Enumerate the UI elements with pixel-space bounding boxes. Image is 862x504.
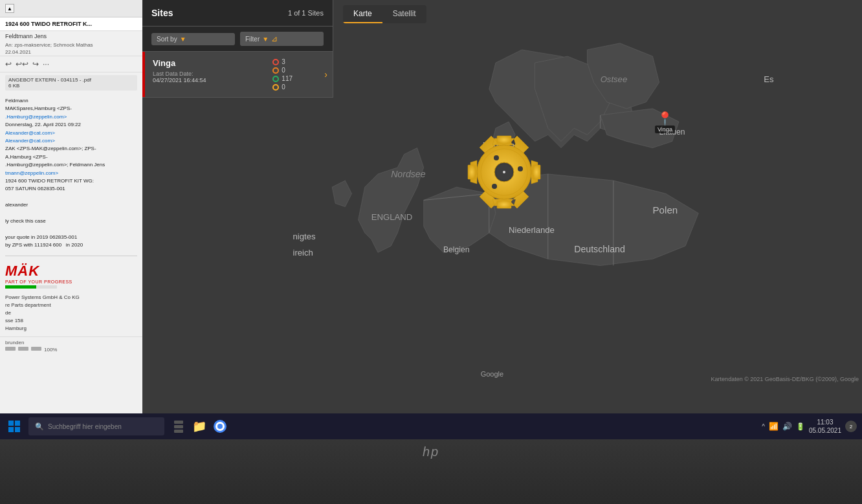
body-line-1: Feldmann: [5, 97, 137, 105]
svg-text:Ostsee: Ostsee: [601, 74, 628, 84]
sites-toolbar: Sort by ▼ Filter ▼ ⊿: [142, 27, 333, 52]
stat-row-green: 117: [272, 75, 314, 82]
email-date-row: 22.04.2021: [0, 49, 142, 56]
svg-text:Nordsee: Nordsee: [391, 169, 426, 179]
email-date: 22.04.2021: [5, 49, 31, 55]
body-line-5: Alexander@cat.com>: [5, 129, 137, 137]
to-value: zps-makservice; Schmock Mathas: [14, 42, 93, 48]
svg-text:Niederlande: Niederlande: [509, 225, 555, 235]
stat-value-green: 117: [282, 75, 293, 82]
stat-value-yellow: 0: [282, 83, 285, 91]
search-placeholder: Suchbegriff hier eingeben: [48, 423, 122, 430]
svg-text:nigtes: nigtes: [293, 232, 316, 241]
body-line-12: 057 SATURN 062835-001: [5, 185, 137, 193]
start-button[interactable]: [0, 413, 28, 439]
map-attribution: Kartendaten © 2021 GeoBasis-DE/BKG (©200…: [711, 376, 859, 382]
mak-logo-text: MÄK: [5, 263, 39, 279]
filter-funnel-icon: ⊿: [271, 34, 278, 43]
company-city: Hamburg: [5, 325, 137, 333]
footer-label: brunden: [5, 340, 24, 345]
reply-icon[interactable]: ↩: [5, 60, 12, 69]
body-line-14: ly check this case: [5, 217, 137, 225]
reply-all-icon[interactable]: ↩↩: [16, 60, 28, 69]
taskbar-clock: 11:03 05.05.2021: [809, 418, 841, 435]
stat-row-yellow: 0: [272, 83, 314, 91]
attachment-size: 6 KB: [8, 83, 19, 89]
attachment-row: ANGEBOT EXTERN - 034115 - .pdf 6 KB: [5, 75, 137, 91]
taskbar-task-view-icon[interactable]: [168, 416, 189, 437]
taskbar-file-explorer-icon[interactable]: 📁: [189, 416, 210, 437]
mak-logo-area: MÄK PART OF YOUR PROGRESS: [0, 259, 142, 292]
svg-text:Belgien: Belgien: [443, 245, 469, 254]
more-icon[interactable]: ···: [43, 60, 49, 69]
clock-time: 11:03: [809, 418, 841, 426]
mak-progress-bar: [5, 285, 57, 289]
monitor-bezel: 🔍 Suchbegriff hier eingeben 📁: [0, 413, 862, 504]
site-card-content: Vinga Last Data Date: 04/27/2021 16:44:5…: [145, 52, 267, 97]
stat-value-red: 3: [282, 58, 285, 65]
vinga-pin-label: Vinga: [655, 126, 675, 133]
svg-text:ENGLAND: ENGLAND: [371, 212, 412, 222]
taskbar-chrome-icon[interactable]: [210, 416, 230, 437]
site-date-label: Last Data Date:: [153, 71, 260, 77]
battery-icon: 🔋: [796, 422, 805, 431]
clock-date: 05.05.2021: [809, 426, 841, 435]
stat-dot-green: [272, 76, 279, 82]
email-to-meta: An: zps-makservice; Schmock Mathas: [0, 41, 142, 49]
sort-arrow-icon: ▼: [180, 36, 186, 43]
stat-row-red: 3: [272, 58, 314, 65]
vinga-location-pin: 📍 Vinga: [655, 112, 675, 133]
to-label: An:: [5, 42, 14, 48]
sort-dropdown[interactable]: Sort by ▼: [151, 33, 235, 45]
taskbar: 🔍 Suchbegriff hier eingeben 📁: [0, 413, 862, 439]
body-line-15: your quote in 2019 062835-001: [5, 234, 137, 241]
email-from: Feldtmann Jens: [0, 31, 142, 41]
email-subject: 1924 600 TWIDO RETROFIT K...: [0, 17, 142, 31]
site-card-vinga[interactable]: Vinga Last Data Date: 04/27/2021 16:44:5…: [142, 52, 333, 98]
site-name: Vinga: [153, 58, 260, 68]
body-line-9: .Hamburg@zeppelin.com>; Feldmann Jens: [5, 161, 137, 169]
sites-panel: Sites 1 of 1 Sites Sort by ▼ Filter ▼ ⊿: [142, 0, 333, 98]
site-date: 04/27/2021 16:44:54: [153, 77, 260, 83]
body-line-6: Alexander@cat.com>: [5, 137, 137, 145]
taskbar-search[interactable]: 🔍 Suchbegriff hier eingeben: [28, 417, 164, 435]
network-icon: 📶: [769, 422, 779, 431]
svg-text:Es: Es: [764, 74, 774, 84]
body-line-16: by ZPS with 111924 600 in 2020: [5, 241, 137, 249]
filter-dropdown[interactable]: Filter ▼ ⊿: [240, 32, 324, 46]
filter-label: Filter: [245, 36, 260, 43]
mak-progress-fill: [5, 285, 36, 289]
monitor-outer: Nordsee Ostsee ENGLAND Dänemark Niederla…: [0, 0, 862, 504]
mak-tagline: PART OF YOUR PROGRESS: [5, 279, 137, 284]
from-name: Feldtmann Jens: [5, 33, 47, 39]
stat-dot-red: [272, 59, 279, 65]
volume-icon: 🔊: [782, 422, 792, 431]
google-logo: Google: [481, 370, 503, 378]
filter-icon: ▼: [262, 36, 269, 43]
map-container: Nordsee Ostsee ENGLAND Dänemark Niederla…: [142, 0, 862, 413]
forward-icon[interactable]: ↪: [32, 60, 39, 69]
tab-karte[interactable]: Karte: [343, 5, 382, 23]
hp-logo: hp: [423, 444, 439, 459]
company-name: Power Systems GmbH & Co KG: [5, 294, 137, 301]
tab-satellit[interactable]: Satellit: [382, 5, 426, 23]
notification-count: 2: [850, 424, 852, 430]
company-addr2: sse 158: [5, 317, 137, 325]
taskbar-system-tray: ^ 📶 🔊 🔋 11:03 05.05.2021 2: [762, 418, 862, 435]
notification-button[interactable]: 2: [845, 421, 857, 432]
site-stats: 3 0 117 0: [267, 52, 319, 97]
company-dept: re Parts department: [5, 301, 137, 309]
body-line-8: A.Hamburg <ZPS-: [5, 153, 137, 161]
sites-title: Sites: [151, 8, 173, 18]
svg-text:ireich: ireich: [293, 248, 313, 257]
company-info: Power Systems GmbH & Co KG re Parts depa…: [0, 292, 142, 334]
chevron-up-icon[interactable]: ^: [762, 423, 765, 430]
body-line-13: alexander: [5, 201, 137, 209]
body-line-2: MAKSpares,Hamburg <ZPS-: [5, 105, 137, 113]
stat-row-orange: 0: [272, 67, 314, 74]
sites-count: 1 of 1 Sites: [288, 9, 324, 17]
scroll-up-icon[interactable]: ▲: [5, 4, 14, 13]
attachment-name: ANGEBOT EXTERN - 034115 - .pdf: [8, 77, 91, 83]
sort-label: Sort by: [157, 36, 177, 43]
body-line-7: ZAK <ZPS-MAK@zeppelin.com>; ZPS-: [5, 145, 137, 153]
